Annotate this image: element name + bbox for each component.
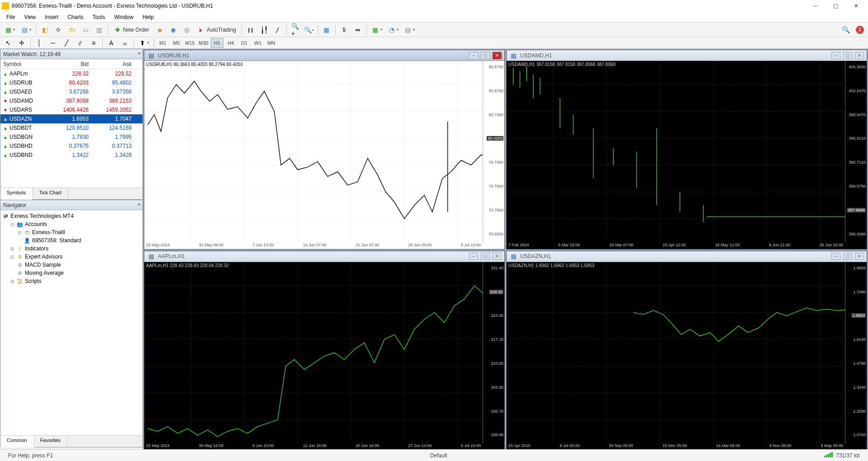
vps-button[interactable]: ◎ bbox=[180, 24, 193, 36]
menu-help[interactable]: Help bbox=[138, 13, 158, 22]
fibonacci-button[interactable]: ≡ bbox=[87, 37, 100, 49]
menu-tools[interactable]: Tools bbox=[88, 13, 110, 22]
market-watch-close-icon[interactable]: × bbox=[138, 51, 141, 56]
chart-close-button[interactable]: ✕ bbox=[493, 253, 502, 260]
timeframe-h1[interactable]: H1 bbox=[211, 38, 223, 48]
tab-favorites[interactable]: Favorites bbox=[34, 436, 67, 447]
zoom-out-button[interactable]: 🔍- bbox=[303, 24, 315, 36]
timeframe-m15[interactable]: M15 bbox=[184, 38, 196, 48]
tree-macd[interactable]: ⚙MACD Sample bbox=[2, 261, 141, 269]
candlestick-button[interactable]: ╽╿ bbox=[258, 24, 270, 36]
line-chart-button[interactable]: 〳 bbox=[271, 24, 284, 36]
tree-indicators[interactable]: ⊞ƒIndicators bbox=[2, 245, 141, 253]
cursor-button[interactable]: ↖ bbox=[2, 37, 14, 49]
market-watch-row[interactable]: ▲USDRUB80.420395.4802 bbox=[0, 78, 142, 87]
market-watch-row[interactable]: ▲USDBGN1.79301.7995 bbox=[0, 132, 142, 141]
search-button[interactable]: 🔍 bbox=[840, 24, 853, 36]
chart-canvas[interactable]: USDAZN,H1 1.6962 1.6962 1.6953 1.6953 1.… bbox=[507, 262, 867, 450]
chart-close-button[interactable]: ✕ bbox=[493, 52, 502, 59]
tree-scripts[interactable]: ⊞📜Scripts bbox=[2, 277, 141, 285]
horizontal-line-button[interactable]: ─ bbox=[47, 37, 59, 49]
chart-max-button[interactable]: ▢ bbox=[481, 52, 490, 59]
alerts-button[interactable]: 1 bbox=[854, 24, 866, 36]
tree-accounts[interactable]: ⊟👥Accounts bbox=[2, 220, 141, 228]
zoom-in-button[interactable]: 🔍+ bbox=[289, 24, 302, 36]
menu-view[interactable]: View bbox=[19, 13, 40, 22]
collapse-icon[interactable]: ⊟ bbox=[17, 230, 22, 235]
chart-canvas[interactable]: AAPLm,H1 228.43 228.43 228.04 228.32 231… bbox=[144, 262, 504, 450]
menu-insert[interactable]: Insert bbox=[40, 13, 63, 22]
minimize-button[interactable]: ─ bbox=[805, 0, 825, 12]
navigator-close-icon[interactable]: × bbox=[138, 202, 141, 207]
market-watch-row[interactable]: ▼USDARS1406.44261459.3052 bbox=[0, 105, 142, 114]
timeframe-m30[interactable]: M30 bbox=[197, 38, 210, 48]
chart-min-button[interactable]: ─ bbox=[831, 253, 840, 260]
chart-window-usdamd[interactable]: ▦ USDAMD,H1 ─ ▢ ✕ USDAMD,H1 387.8158 387… bbox=[506, 50, 867, 249]
periodicity-button[interactable]: ◔▾ bbox=[385, 24, 401, 36]
tree-root[interactable]: 🖳Exness Technologies MT4 bbox=[2, 212, 141, 220]
text-label-button[interactable]: ⎂ bbox=[119, 37, 131, 49]
market-watch-row[interactable]: ▲USDBND1.34221.3429 bbox=[0, 151, 142, 160]
chart-max-button[interactable]: ▢ bbox=[843, 52, 852, 59]
auto-scroll-button[interactable]: ⥭ bbox=[351, 24, 364, 36]
market-watch-row[interactable]: ▲USDBHD0.376750.37713 bbox=[0, 141, 142, 151]
navigator-button[interactable]: 🗀 bbox=[66, 24, 78, 36]
profiles-button[interactable]: ▤▾ bbox=[18, 24, 33, 36]
crosshair-button[interactable]: ✛ bbox=[15, 37, 28, 49]
trendline-button[interactable]: ╱ bbox=[60, 37, 73, 49]
chart-title-bar[interactable]: ▦ AAPLm,H1 ─ ▢ ✕ bbox=[144, 251, 504, 262]
col-bid[interactable]: Bid bbox=[48, 61, 93, 67]
chart-window-usdrub[interactable]: ▦ USDRUB,H1 ─ ▢ ✕ USDRUB,H1 80.3663 80.4… bbox=[144, 50, 505, 249]
tree-experts[interactable]: ⊟⚙Expert Advisors bbox=[2, 253, 141, 261]
chart-min-button[interactable]: ─ bbox=[831, 52, 840, 59]
market-watch-row[interactable]: ▲AAPLm228.32228.52 bbox=[0, 69, 142, 78]
timeframe-w1[interactable]: W1 bbox=[251, 38, 264, 48]
expand-icon[interactable]: ⊞ bbox=[9, 246, 15, 251]
indicators-button[interactable]: ▦▾ bbox=[369, 24, 384, 36]
signals-button[interactable]: ◉ bbox=[167, 24, 180, 36]
arrows-button[interactable]: ⬆▾ bbox=[136, 37, 152, 49]
market-watch-row[interactable]: ▲USDAZN1.69531.7047 bbox=[0, 114, 142, 123]
chart-close-button[interactable]: ✕ bbox=[855, 253, 864, 260]
tab-common[interactable]: Common bbox=[0, 436, 34, 447]
equidistant-channel-button[interactable]: ⫽ bbox=[74, 37, 86, 49]
strategy-tester-button[interactable]: ▥ bbox=[93, 24, 105, 36]
chart-title-bar[interactable]: ▦ USDRUB,H1 ─ ▢ ✕ bbox=[144, 50, 504, 61]
metaquotes-button[interactable]: ◆ bbox=[153, 24, 166, 36]
timeframe-mn[interactable]: MN bbox=[265, 38, 278, 48]
text-button[interactable]: A bbox=[105, 37, 118, 49]
menu-file[interactable]: File bbox=[2, 13, 19, 22]
timeframe-d1[interactable]: D1 bbox=[238, 38, 251, 48]
maximize-button[interactable]: ▢ bbox=[825, 0, 846, 12]
menu-charts[interactable]: Charts bbox=[63, 13, 88, 22]
tab-tick-chart[interactable]: Tick Chart bbox=[33, 188, 68, 199]
market-watch-button[interactable]: ◧ bbox=[38, 24, 51, 36]
close-button[interactable]: ✕ bbox=[846, 0, 866, 12]
timeframe-m1[interactable]: M1 bbox=[157, 38, 169, 48]
bar-chart-button[interactable]: ⫿⫿ bbox=[244, 24, 257, 36]
timeframe-m5[interactable]: M5 bbox=[170, 38, 183, 48]
chart-max-button[interactable]: ▢ bbox=[481, 253, 490, 260]
terminal-button[interactable]: ▭ bbox=[79, 24, 92, 36]
chart-min-button[interactable]: ─ bbox=[469, 52, 478, 59]
market-watch-row[interactable]: ▲USDBDT120.8510124.5169 bbox=[0, 123, 142, 132]
chart-max-button[interactable]: ▢ bbox=[843, 253, 852, 260]
col-ask[interactable]: Ask bbox=[93, 61, 136, 67]
vertical-line-button[interactable]: │ bbox=[33, 37, 46, 49]
tree-exness-trial[interactable]: ⊟🗀Exness-Trial8 bbox=[2, 228, 141, 236]
chart-close-button[interactable]: ✕ bbox=[855, 52, 864, 59]
market-watch-row[interactable]: ▲USDAED3.672663.67356 bbox=[0, 87, 142, 96]
menu-window[interactable]: Window bbox=[110, 13, 138, 22]
templates-button[interactable]: ▤▾ bbox=[402, 24, 417, 36]
shift-button[interactable]: ⥮ bbox=[338, 24, 351, 36]
new-order-button[interactable]: ✚New Order bbox=[110, 24, 152, 36]
status-profile[interactable]: Default bbox=[426, 452, 452, 459]
chart-window-aaplm[interactable]: ▦ AAPLm,H1 ─ ▢ ✕ AAPLm,H1 228.43 228.43 … bbox=[144, 251, 505, 451]
collapse-icon[interactable]: ⊟ bbox=[9, 254, 15, 259]
tab-symbols[interactable]: Symbols bbox=[0, 188, 33, 200]
tile-windows-button[interactable]: ▦ bbox=[320, 24, 333, 36]
col-symbol[interactable]: Symbol bbox=[0, 61, 48, 67]
expand-icon[interactable]: ⊞ bbox=[9, 279, 15, 284]
tree-moving-avg[interactable]: ⚙Moving Average bbox=[2, 269, 141, 277]
autotrading-button[interactable]: ⏵AutoTrading bbox=[194, 24, 239, 36]
